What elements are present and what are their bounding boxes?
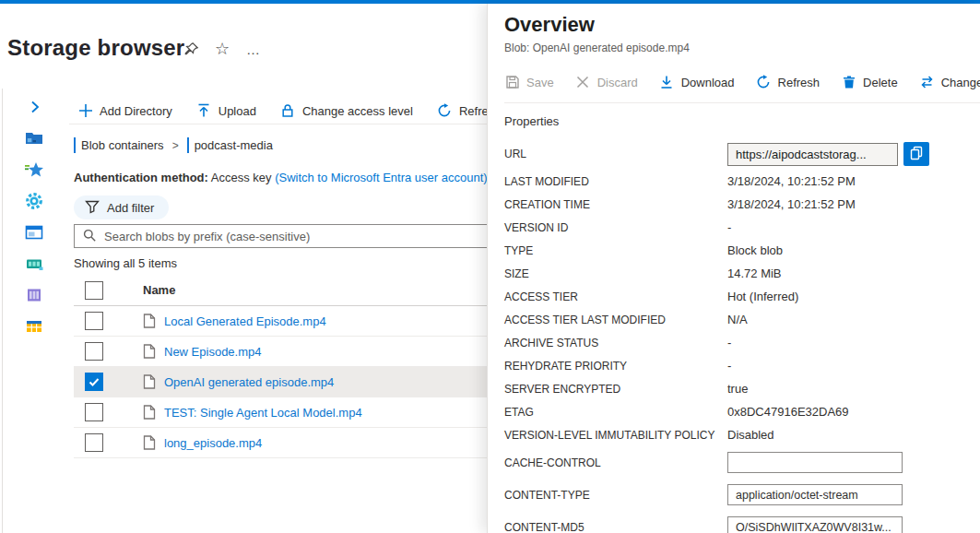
property-label: REHYDRATE PRIORITY: [504, 360, 727, 373]
save-icon: [504, 75, 520, 90]
sidebar-item-blob-container-icon[interactable]: [25, 223, 43, 242]
discard-icon: [575, 75, 591, 90]
add-filter-label: Add filter: [107, 201, 154, 215]
sidebar-item-folder-icon[interactable]: [25, 129, 43, 148]
sidebar-item-queue-icon[interactable]: [25, 255, 43, 273]
blob-name-link[interactable]: TEST: Single Agent Local Model.mp4: [164, 406, 362, 420]
sidebar-item-gear-icon[interactable]: [25, 192, 43, 210]
content-md5-input[interactable]: [727, 516, 903, 533]
name-column-header[interactable]: Name: [143, 283, 175, 297]
row-checkbox[interactable]: [85, 403, 103, 421]
property-label: CONTENT-MD5: [504, 521, 727, 533]
property-row: CACHE-CONTROL: [504, 446, 980, 479]
property-row: CONTENT-TYPE: [504, 479, 980, 511]
breadcrumb-item[interactable]: podcast-media: [187, 138, 273, 152]
doc-icon: [143, 374, 156, 389]
select-all-checkbox[interactable]: [85, 281, 103, 300]
breadcrumb-separator: >: [171, 139, 181, 152]
sidebar-expand-button[interactable]: [28, 100, 44, 116]
property-value: N/A: [727, 313, 748, 326]
row-checkbox[interactable]: [85, 433, 103, 452]
switch-auth-link[interactable]: (Switch to Microsoft Entra user account): [275, 171, 487, 184]
sidebar-item-favorites-star-icon[interactable]: [25, 160, 43, 179]
overview-download-button[interactable]: Download: [659, 75, 735, 90]
toolbar-upload-button[interactable]: Upload: [196, 103, 256, 119]
add-filter-button[interactable]: Add filter: [74, 195, 169, 219]
overview-delete-button[interactable]: Delete: [841, 75, 898, 90]
page-title: Storage browser: [7, 35, 184, 61]
sidebar-nav: [25, 129, 43, 336]
pin-icon[interactable]: [183, 41, 199, 57]
blob-name-link[interactable]: OpenAI generated episode.mp4: [164, 375, 334, 389]
container-icon: [74, 138, 76, 152]
row-checkbox[interactable]: [85, 373, 103, 391]
property-value: -: [727, 336, 731, 349]
doc-icon: [143, 314, 156, 328]
plus-icon: [77, 103, 93, 119]
star-icon[interactable]: ☆: [214, 41, 230, 57]
property-value: Hot (Inferred): [727, 290, 798, 303]
property-label: SERVER ENCRYPTED: [504, 383, 727, 396]
delete-icon: [841, 75, 856, 90]
title-actions: ☆…: [183, 41, 262, 57]
auth-method-label: Authentication method:: [74, 171, 208, 184]
url-input[interactable]: [727, 143, 898, 166]
sidebar-item-table-grid-icon[interactable]: [25, 317, 43, 336]
property-value: 14.72 MiB: [727, 266, 782, 280]
search-icon: [82, 228, 97, 245]
row-checkbox[interactable]: [85, 342, 103, 361]
doc-icon: [143, 405, 156, 420]
property-row: URL: [504, 138, 980, 170]
download-icon: [659, 75, 675, 90]
property-row: ARCHIVE STATUS-: [504, 331, 980, 354]
property-value: Disabled: [727, 428, 774, 442]
property-row: VERSION-LEVEL IMMUTABILITY POLICYDisable…: [504, 423, 980, 446]
overview-command-bar: SaveDiscardDownloadRefreshDeleteChange t…: [504, 69, 980, 95]
property-label: ETAG: [504, 406, 727, 419]
property-value: 3/18/2024, 10:21:52 PM: [727, 174, 856, 188]
auth-method-value: Access key: [208, 171, 275, 184]
blade-left-divider: [2, 89, 3, 533]
property-row: LAST MODIFIED3/18/2024, 10:21:52 PM: [504, 170, 980, 193]
cache-control-input[interactable]: [727, 452, 903, 473]
doc-icon: [143, 344, 156, 359]
container-icon: [187, 138, 189, 152]
properties-list: URLLAST MODIFIED3/18/2024, 10:21:52 PMCR…: [504, 138, 980, 533]
property-value: -: [727, 359, 731, 373]
property-row: ACCESS TIERHot (Inferred): [504, 285, 980, 308]
more-icon[interactable]: …: [245, 41, 262, 57]
breadcrumb-item[interactable]: Blob containers: [74, 138, 164, 152]
copy-url-button[interactable]: [903, 142, 929, 166]
blob-search-box: [74, 224, 498, 248]
list-summary: Showing all 5 items: [74, 256, 177, 270]
lock-icon: [280, 103, 296, 119]
property-row: ACCESS TIER LAST MODIFIEDN/A: [504, 308, 980, 331]
toolbar-add-directory-button[interactable]: Add Directory: [77, 103, 172, 119]
blob-name-link[interactable]: long_episode.mp4: [164, 436, 262, 450]
property-label: LAST MODIFIED: [504, 175, 727, 188]
row-checkbox[interactable]: [85, 312, 103, 330]
overview-save-button[interactable]: Save: [504, 75, 554, 90]
overview-change-tier-button[interactable]: Change tier: [919, 75, 980, 90]
overview-title: Overview: [504, 13, 980, 37]
toolbar-change-access-level-button[interactable]: Change access level: [280, 103, 413, 119]
refresh-icon: [437, 103, 453, 119]
search-input[interactable]: [104, 230, 490, 243]
property-row: SIZE14.72 MiB: [504, 262, 980, 285]
blob-name-link[interactable]: New Episode.mp4: [164, 345, 262, 359]
blob-name-link[interactable]: Local Generated Episode.mp4: [164, 314, 326, 328]
property-value: Block blob: [727, 243, 783, 257]
doc-icon: [143, 435, 156, 450]
property-label: CREATION TIME: [504, 198, 727, 211]
property-row: REHYDRATE PRIORITY-: [504, 354, 980, 377]
content-type-input[interactable]: [727, 484, 903, 505]
property-row: ETAG0x8DC47916E32DA69: [504, 400, 980, 423]
overview-discard-button[interactable]: Discard: [575, 75, 638, 90]
overview-refresh-button[interactable]: Refresh: [756, 75, 821, 90]
blob-command-bar: Add DirectoryUploadChange access levelRe…: [77, 98, 529, 124]
overview-panel: Overview Blob: OpenAI generated episode.…: [487, 4, 980, 533]
property-label: VERSION-LEVEL IMMUTABILITY POLICY: [504, 429, 727, 442]
property-value: 3/18/2024, 10:21:52 PM: [727, 197, 856, 211]
sidebar-item-columns-icon[interactable]: [25, 286, 43, 304]
change-tier-icon: [919, 75, 935, 90]
